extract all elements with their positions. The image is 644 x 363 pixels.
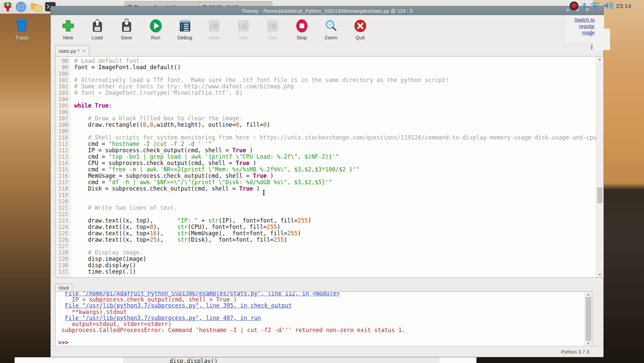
code-editor[interactable]: 9899100101102103104105106107108109110111… <box>55 56 604 278</box>
mouse-ibeam-cursor: I <box>262 188 265 197</box>
save-button[interactable]: Save <box>112 16 141 43</box>
file-manager-icon[interactable] <box>30 2 43 13</box>
tab-shell[interactable]: Shell <box>55 284 72 292</box>
code-line[interactable]: # Display image. <box>74 249 596 256</box>
background-window-left[interactable] <box>14 357 124 363</box>
editor-scrollbar-thumb[interactable] <box>597 188 602 203</box>
line-number: 108 <box>55 122 71 128</box>
code-line[interactable]: IP = subprocess.check_output(cmd, shell … <box>74 147 596 154</box>
debug-button[interactable]: Debug <box>170 16 199 43</box>
code-line[interactable]: draw.text((x, top+8), str(CPU), font=fon… <box>74 224 596 230</box>
code-line[interactable]: cmd = "hostname -I |cut -f 2 -d ' '" <box>74 141 596 147</box>
scroll-up-icon[interactable]: ▲ <box>585 293 592 296</box>
step-out-icon <box>266 18 279 34</box>
line-number: 110 <box>55 134 71 141</box>
shell-scrollbar[interactable]: ▲ ▼ <box>585 292 592 346</box>
zoom-button[interactable]: Zoom <box>316 16 346 43</box>
code-line[interactable] <box>74 198 596 205</box>
code-line[interactable]: time.sleep(.1) <box>74 269 596 275</box>
wifi-icon[interactable] <box>590 2 600 11</box>
scroll-up-icon[interactable]: ▲ <box>596 57 603 61</box>
code-line[interactable]: disp.image(image) <box>74 256 596 262</box>
scroll-down-icon[interactable]: ▼ <box>585 342 592 345</box>
code-line[interactable]: # Shell scripts for system monitoring fr… <box>74 134 596 141</box>
mode-switch-panel: Switch to regular mode ✕ <box>566 15 604 41</box>
code-line[interactable] <box>74 192 596 198</box>
raspberry-menu-icon[interactable] <box>2 1 13 14</box>
code-line[interactable] <box>74 211 596 217</box>
quit-button[interactable]: Quit <box>346 16 375 43</box>
background-window-editor[interactable]: disp.display() <box>123 357 440 363</box>
shell-line: File "/usr/lib/python3.7/subprocess.py",… <box>58 315 584 321</box>
code-line[interactable]: # Draw a black filled box to clear the i… <box>74 115 596 122</box>
line-number: 118 <box>55 186 71 192</box>
line-number: 102 <box>55 83 71 90</box>
editor-tabbar: stats.py * ✕ ⋮ <box>51 42 603 56</box>
line-number: 111 <box>55 141 71 147</box>
line-number: 106 <box>55 109 71 115</box>
vnc-icon[interactable] <box>569 1 579 12</box>
toolbar-label: Quit <box>356 35 365 40</box>
code-line[interactable]: draw.text((x, top+16), str(MemUsage), fo… <box>74 230 596 237</box>
code-line[interactable]: draw.text((x, top), "IP: " + str(IP), fo… <box>74 217 596 224</box>
new-button[interactable]: New <box>53 16 83 43</box>
code-line[interactable]: # Write two lines of text. <box>74 205 596 211</box>
run-button[interactable]: Run <box>141 16 170 43</box>
code-line[interactable]: draw.text((x, top+25), str(Disk), font=f… <box>74 237 596 243</box>
background-window-right[interactable] <box>440 357 476 363</box>
line-number: 128 <box>55 249 71 256</box>
editor-scrollbar[interactable]: ▲ ▼ <box>596 56 603 277</box>
trash-shortcut[interactable]: Trash <box>10 16 34 41</box>
toolbar-label: Save <box>121 35 132 40</box>
toolbar-label: Load <box>92 35 103 40</box>
shell-output[interactable]: File "/home/pi/Adafruit_Python_SSD1306/e… <box>58 291 584 346</box>
system-tray: 23:14 <box>566 0 644 13</box>
code-line[interactable]: cmd = "df -h | awk '$NF==\"/\"{printf \"… <box>74 179 596 186</box>
bluetooth-icon[interactable] <box>582 2 587 11</box>
code-line[interactable]: while True: <box>74 103 596 109</box>
code-line[interactable]: # Load default font. <box>74 58 596 64</box>
new-icon <box>61 18 75 34</box>
shell-scrollbar-thumb[interactable] <box>586 297 591 341</box>
taskbar-clock: 23:14 <box>616 3 631 10</box>
code-line[interactable]: Disk = subprocess.check_output(cmd, shel… <box>74 186 596 192</box>
toolbar-label: Out <box>268 35 276 40</box>
code-line[interactable]: # Some other nice fonts to try: http://w… <box>74 83 596 90</box>
load-button[interactable]: Load <box>83 16 112 43</box>
browser-globe-icon[interactable] <box>15 1 27 14</box>
window-titlebar[interactable]: Thonny - /home/pi/Adafruit_Python_SSD130… <box>51 6 603 15</box>
code-line[interactable]: draw.rectangle((0,0,width,height), outli… <box>74 122 596 128</box>
tab-stats-py[interactable]: stats.py * ✕ <box>55 45 89 56</box>
code-lines[interactable]: # Load default font.font = ImageFont.loa… <box>71 56 596 277</box>
gutter: 9899100101102103104105106107108109110111… <box>55 56 71 277</box>
scroll-down-icon[interactable]: ▼ <box>596 273 603 276</box>
code-line[interactable] <box>74 128 596 134</box>
code-line[interactable] <box>74 71 596 77</box>
background-window-code: disp.display() <box>170 358 218 363</box>
stop-button[interactable]: Stop <box>287 16 316 43</box>
code-line[interactable]: font = ImageFont.load_default() <box>74 64 596 71</box>
code-line[interactable]: disp.display() <box>74 262 596 269</box>
code-line[interactable]: # Alternatively load a TTF font. Make su… <box>74 77 596 83</box>
code-line[interactable] <box>74 96 596 103</box>
tab-close-icon[interactable]: ✕ <box>82 49 86 53</box>
code-line[interactable]: CPU = subprocess.check_output(cmd, shell… <box>74 160 596 166</box>
toolbar-label: Zoom <box>324 35 337 40</box>
line-number: 122 <box>55 211 71 217</box>
mode-switch-panel-stub <box>593 29 610 50</box>
step-into-button: Into <box>229 16 258 43</box>
code-line[interactable] <box>74 109 596 115</box>
code-line[interactable]: cmd = "free -m | awk 'NR==2{printf \"Mem… <box>74 166 596 173</box>
close-icon[interactable]: ✕ <box>589 33 593 38</box>
code-line[interactable]: MemUsage = subprocess.check_output(cmd, … <box>74 173 596 179</box>
shell-panel[interactable]: File "/home/pi/Adafruit_Python_SSD1306/e… <box>55 291 592 347</box>
volume-icon[interactable] <box>603 2 613 11</box>
code-line[interactable] <box>74 243 596 249</box>
toolbar-label: Stop <box>296 35 307 40</box>
line-number: 129 <box>55 256 71 262</box>
window-title: Thonny - /home/pi/Adafruit_Python_SSD130… <box>241 8 413 14</box>
line-number: 120 <box>55 198 71 205</box>
code-line[interactable]: cmd = "top -bn1 | grep load | awk '{prin… <box>74 154 596 160</box>
shell-line: **kwargs).stdout <box>58 309 584 315</box>
code-line[interactable]: # font = ImageFont.truetype('Minecraftia… <box>74 90 596 96</box>
